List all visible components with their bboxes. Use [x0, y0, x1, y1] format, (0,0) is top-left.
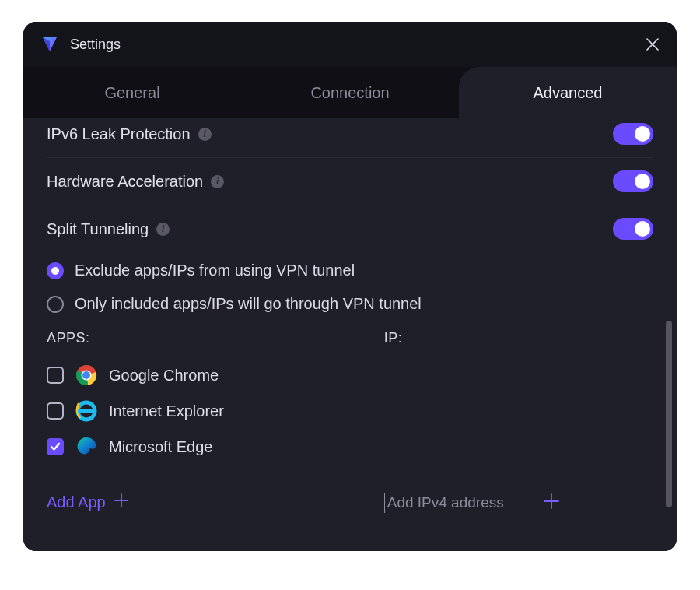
svg-rect-4 — [78, 409, 95, 413]
settings-window: Settings General Connection Advanced IPv… — [23, 22, 677, 551]
close-icon[interactable] — [646, 37, 660, 51]
checkbox[interactable] — [47, 402, 64, 420]
ip-column: IP: — [362, 330, 653, 511]
scrollbar-thumb[interactable] — [666, 321, 672, 507]
label-split: Split Tunneling i — [47, 220, 170, 238]
info-icon[interactable]: i — [211, 175, 224, 188]
info-icon[interactable]: i — [156, 223, 170, 236]
toggle-split[interactable] — [613, 218, 653, 240]
label-ipv6: IPv6 Leak Protection i — [47, 125, 212, 143]
row-hardware-acceleration: Hardware Acceleration i — [47, 158, 653, 205]
text-ipv6: IPv6 Leak Protection — [47, 125, 191, 143]
app-name-label: Internet Explorer — [109, 402, 224, 420]
checkbox[interactable] — [47, 438, 64, 455]
apps-heading: APPS: — [47, 330, 346, 346]
edge-icon — [75, 435, 98, 458]
app-name-label: Google Chrome — [109, 367, 219, 385]
svg-point-2 — [82, 371, 90, 379]
app-row-edge[interactable]: Microsoft Edge — [47, 429, 346, 465]
add-app-label: Add App — [47, 493, 106, 511]
row-split-tunneling: Split Tunneling i — [47, 205, 653, 246]
radio-exclude[interactable]: Exclude apps/IPs from using VPN tunnel — [47, 254, 653, 287]
info-icon[interactable]: i — [198, 128, 212, 141]
tab-connection[interactable]: Connection — [241, 67, 459, 118]
checkbox[interactable] — [47, 367, 64, 384]
plus-icon — [114, 493, 129, 511]
label-hardware: Hardware Acceleration i — [47, 173, 224, 191]
toggle-hardware[interactable] — [613, 170, 653, 192]
toggle-ipv6[interactable] — [613, 123, 653, 145]
add-ip-row — [384, 493, 653, 513]
tabbar: General Connection Advanced — [23, 67, 677, 118]
radio-icon — [47, 296, 64, 313]
row-ipv6-leak-protection: IPv6 Leak Protection i — [47, 118, 653, 158]
app-row-ie[interactable]: Internet Explorer — [47, 393, 346, 429]
app-name-label: Microsoft Edge — [109, 438, 212, 456]
tab-advanced[interactable]: Advanced — [459, 67, 677, 118]
plus-icon[interactable] — [543, 493, 560, 513]
app-logo-icon — [40, 35, 59, 54]
ip-heading: IP: — [384, 330, 653, 346]
ip-input[interactable] — [384, 493, 532, 513]
radio-exclude-label: Exclude apps/IPs from using VPN tunnel — [75, 262, 355, 279]
ie-icon — [75, 399, 98, 423]
window-title: Settings — [70, 37, 121, 53]
tab-general[interactable]: General — [23, 67, 241, 118]
content-panel: IPv6 Leak Protection i Hardware Accelera… — [23, 118, 677, 551]
text-hardware: Hardware Acceleration — [47, 173, 203, 191]
add-app-button[interactable]: Add App — [47, 493, 346, 511]
apps-column: APPS: Google Chrome — [47, 330, 362, 511]
split-mode-group: Exclude apps/IPs from using VPN tunnel O… — [47, 246, 653, 325]
radio-icon — [47, 262, 64, 279]
app-row-chrome[interactable]: Google Chrome — [47, 357, 346, 393]
chrome-icon — [75, 363, 98, 387]
text-split: Split Tunneling — [47, 220, 149, 238]
radio-include[interactable]: Only included apps/IPs will go through V… — [47, 287, 653, 321]
radio-include-label: Only included apps/IPs will go through V… — [75, 295, 422, 313]
split-columns: APPS: Google Chrome — [47, 330, 653, 511]
titlebar: Settings — [23, 22, 677, 67]
